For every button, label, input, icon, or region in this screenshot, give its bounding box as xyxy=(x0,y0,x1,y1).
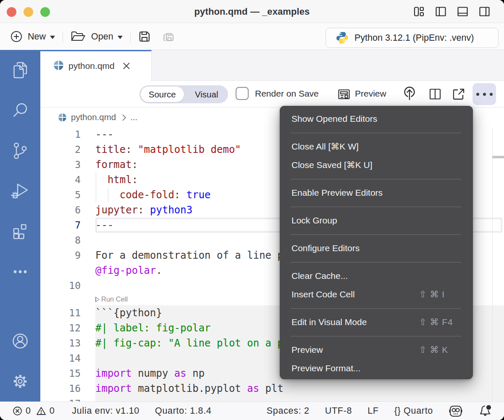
ellipsis-dot xyxy=(476,93,479,96)
menu-item[interactable]: Clear Cache... xyxy=(280,267,473,285)
code-token: code-fold xyxy=(120,189,174,201)
breadcrumb-symbol[interactable]: ... xyxy=(130,112,137,122)
menu-item[interactable]: Close All [⌘K W] xyxy=(280,137,473,156)
extensions-icon xyxy=(10,221,31,242)
code-token: html xyxy=(108,174,132,186)
preview-icon[interactable] xyxy=(337,81,351,108)
sidebar-item-account[interactable] xyxy=(0,321,40,361)
chevron-right-icon xyxy=(121,113,127,122)
menu-item-shortcut: ⇧ ⌘ I xyxy=(419,285,445,304)
lens-content: Run Cell xyxy=(95,293,128,305)
tab-python-qmd[interactable]: python.qmd xyxy=(40,50,152,81)
editor-actions-context-menu: Show Opened EditorsClose All [⌘K W]Close… xyxy=(280,106,473,379)
menu-item[interactable]: Edit in Visual Mode⇧ ⌘ F4 xyxy=(280,313,473,331)
menu-separator xyxy=(291,234,461,235)
breadcrumb-file[interactable]: python.qmd xyxy=(71,112,116,122)
render-on-save-checkbox[interactable] xyxy=(236,87,249,100)
indentation-status[interactable]: Spaces: 2 xyxy=(267,406,310,416)
line-number: 15 xyxy=(40,366,95,381)
line-content xyxy=(95,396,504,402)
line-number: 4 xyxy=(40,172,95,187)
sidebar-item-explorer[interactable] xyxy=(0,50,40,90)
sidebar-item-settings[interactable] xyxy=(0,361,40,402)
render-on-save-label: Render on Save xyxy=(255,81,319,108)
code-token: as xyxy=(174,368,186,379)
sidebar-item-more[interactable] xyxy=(0,252,40,292)
assistant-icon[interactable] xyxy=(449,404,463,418)
menu-separator xyxy=(291,179,461,179)
customize-layout-icon[interactable] xyxy=(413,6,425,17)
language-mode-status[interactable]: {} Quarto xyxy=(394,406,433,416)
julia-env-status[interactable]: Julia env: v1.10 xyxy=(72,406,139,416)
open-dropdown-caret-icon[interactable] xyxy=(118,36,123,39)
save-icon[interactable] xyxy=(138,30,151,43)
source-mode-button[interactable]: Source xyxy=(140,86,184,102)
line-number: 17 xyxy=(40,396,95,402)
menu-item-label: Edit in Visual Mode xyxy=(291,317,367,327)
menu-item[interactable]: Insert Code Cell⇧ ⌘ I xyxy=(280,285,473,304)
quarto-version-status[interactable]: Quarto: 1.8.4 xyxy=(155,406,212,416)
encoding-status[interactable]: UTF-8 xyxy=(325,406,352,416)
code-token: format xyxy=(95,159,132,171)
sidebar-item-search[interactable] xyxy=(0,90,40,131)
preview-button[interactable]: Preview xyxy=(355,81,386,108)
line-number: 7 xyxy=(40,218,95,233)
publish-icon[interactable] xyxy=(402,81,417,108)
panel-right-icon[interactable] xyxy=(479,6,490,17)
top-action-bar: New Open xyxy=(0,24,504,50)
app-window: python.qmd — _examples xyxy=(0,0,504,420)
sidebar-item-run-debug[interactable] xyxy=(0,171,40,211)
activity-bar-top xyxy=(0,50,40,292)
code-token: as xyxy=(247,383,259,394)
error-icon xyxy=(13,406,22,416)
menu-item-label: Preview xyxy=(291,345,323,354)
tab-close-icon[interactable] xyxy=(122,61,131,71)
menu-item[interactable]: Lock Group xyxy=(280,211,473,230)
menu-item[interactable]: Preview⇧ ⌘ K xyxy=(280,341,473,359)
split-editor-icon[interactable] xyxy=(429,81,441,108)
sidebar-item-source-control[interactable] xyxy=(0,131,40,171)
code-line[interactable]: 17 xyxy=(40,396,504,402)
panel-left-icon[interactable] xyxy=(435,6,446,17)
menu-item[interactable]: Configure Editors xyxy=(280,239,473,257)
panel-bottom-icon[interactable] xyxy=(457,6,468,17)
code-token xyxy=(95,174,108,186)
save-all-icon xyxy=(162,30,175,43)
code-token: "matplotlib demo" xyxy=(138,144,241,155)
bell-dot-icon[interactable] xyxy=(478,404,492,418)
code-token: ```{python} xyxy=(95,307,162,319)
tab-bar: python.qmd xyxy=(40,50,504,81)
interpreter-selector-button[interactable]: Python 3.12.1 (PipEnv: .venv) xyxy=(326,28,499,48)
account-icon xyxy=(10,331,31,352)
menu-separator xyxy=(291,262,461,262)
problems-status[interactable]: 0 0 xyxy=(13,406,56,416)
code-token: plt xyxy=(259,383,284,394)
sidebar-item-extensions[interactable] xyxy=(0,211,40,252)
line-number: 11 xyxy=(40,305,95,320)
code-line[interactable]: 16import matplotlib.pyplot as plt xyxy=(40,381,504,396)
menu-item[interactable]: Show Opened Editors xyxy=(280,110,473,128)
code-token: : xyxy=(132,159,138,171)
status-bar: 0 0 Julia env: v1.10 Quarto: 1.8.4 Space… xyxy=(0,402,504,420)
open-external-icon[interactable] xyxy=(451,81,466,108)
new-button[interactable]: New xyxy=(28,32,46,42)
menu-item[interactable]: Close Saved [⌘K U] xyxy=(280,156,473,174)
menu-item[interactable]: Enable Preview Editors xyxy=(280,184,473,202)
toolbar-divider xyxy=(130,31,131,42)
open-folder-icon[interactable] xyxy=(71,30,86,43)
menu-item[interactable]: Preview Format... xyxy=(280,359,473,378)
more-actions-button[interactable] xyxy=(472,83,496,105)
activity-bar-bottom xyxy=(0,321,40,402)
indent-guide xyxy=(108,188,108,202)
status-bar-left: 0 0 Julia env: v1.10 Quarto: 1.8.4 xyxy=(13,406,212,416)
menu-item-label: Clear Cache... xyxy=(291,271,348,281)
visual-mode-button[interactable]: Visual xyxy=(185,85,228,103)
new-file-icon[interactable] xyxy=(10,31,22,42)
open-button[interactable]: Open xyxy=(91,32,113,42)
new-dropdown-caret-icon[interactable] xyxy=(50,36,55,39)
eol-status[interactable]: LF xyxy=(368,406,379,416)
warning-count: 0 xyxy=(50,406,55,416)
line-number: 5 xyxy=(40,187,95,202)
run-play-icon xyxy=(95,297,100,302)
run-cell-label[interactable]: Run Cell xyxy=(101,293,128,306)
